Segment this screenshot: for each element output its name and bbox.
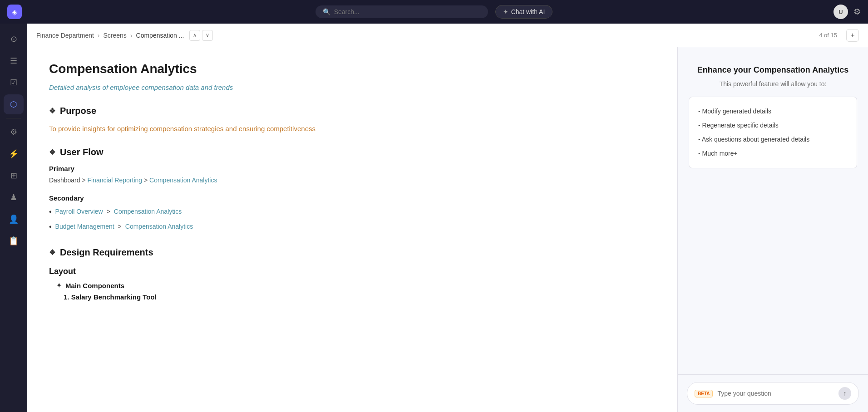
integrations-icon: ⚡	[9, 149, 19, 159]
sidebar-item-integrations[interactable]: ⚡	[4, 144, 24, 164]
user-icon: 👤	[9, 214, 19, 224]
purpose-section-heading: ❖ Purpose	[49, 106, 656, 116]
doc-title: Compensation Analytics	[49, 62, 656, 76]
ai-panel-title: Enhance your Compensation Analytics	[697, 65, 848, 75]
breadcrumb-down-btn[interactable]: ∨	[202, 30, 213, 41]
primary-flow: Dashboard > Financial Reporting > Compen…	[49, 175, 656, 185]
search-input[interactable]	[334, 8, 481, 15]
ai-pane-content: Enhance your Compensation Analytics This…	[678, 47, 868, 374]
sidebar-divider-1	[6, 118, 21, 118]
logo-icon: ◈	[12, 8, 17, 16]
chat-ai-label: Chat with AI	[511, 8, 545, 15]
breadcrumb-controls: ∧ ∨	[189, 30, 213, 41]
ai-feature-4: - Much more+	[698, 147, 848, 161]
home-icon: ⊙	[10, 34, 17, 44]
topbar: ◈ 🔍 ✦ Chat with AI U ⚙	[0, 0, 868, 24]
people-icon: ♟	[10, 192, 17, 202]
sidebar-item-checklist[interactable]: ☑	[4, 73, 24, 93]
shapes-icon: ⬡	[10, 99, 17, 109]
ai-question-input[interactable]	[717, 390, 834, 397]
numbered-item-1: 1. Salary Benchmarking Tool	[49, 293, 656, 301]
doc-pane: Compensation Analytics Detailed analysis…	[27, 47, 677, 412]
secondary-label: Secondary	[49, 194, 656, 202]
breadcrumb-sep-1: ›	[98, 32, 100, 39]
send-icon: ↑	[843, 390, 847, 397]
sidebar-item-shapes[interactable]: ⬡	[4, 94, 24, 114]
doc-subtitle: Detailed analysis of employee compensati…	[49, 83, 656, 91]
document-icon: ☰	[10, 56, 17, 66]
search-icon: 🔍	[323, 8, 330, 15]
content-area: Finance Department › Screens › Compensat…	[27, 24, 868, 412]
sidebar-item-home[interactable]: ⊙	[4, 29, 24, 49]
list-item: Budget Management > Compensation Analyti…	[49, 220, 656, 235]
avatar[interactable]: U	[833, 5, 848, 19]
userflow-primary: Primary Dashboard > Financial Reporting …	[49, 165, 656, 185]
ai-input-area: BETA ↑	[678, 374, 868, 412]
beta-badge: BETA	[695, 390, 713, 397]
clipboard-icon: 📋	[9, 236, 19, 246]
design-req-section-heading: ❖ Design Requirements	[49, 247, 656, 258]
userflow-heading-text: User Flow	[60, 147, 104, 157]
purpose-heading-text: Purpose	[60, 106, 96, 116]
sparkle-icon: ✦	[503, 8, 508, 15]
purpose-diamond-icon: ❖	[49, 107, 55, 115]
two-pane: Compensation Analytics Detailed analysis…	[27, 47, 868, 412]
sidebar-item-grid[interactable]: ⊞	[4, 166, 24, 186]
secondary-bullets: Payroll Overview > Compensation Analytic…	[49, 205, 656, 234]
breadcrumb-counter: 4 of 15	[819, 32, 837, 39]
breadcrumb-current[interactable]: Compensation ...	[136, 32, 184, 39]
userflow-secondary: Secondary Payroll Overview > Compensatio…	[49, 194, 656, 234]
ai-send-button[interactable]: ↑	[838, 387, 851, 400]
sidebar-item-document[interactable]: ☰	[4, 51, 24, 71]
sidebar: ⊙ ☰ ☑ ⬡ ⚙ ⚡ ⊞ ♟ 👤 📋	[0, 24, 27, 412]
breadcrumb-sep-2: ›	[130, 32, 133, 39]
app-logo[interactable]: ◈	[7, 5, 22, 19]
main-components-heading: ✦ Main Components	[49, 282, 656, 289]
breadcrumb-finance-dept[interactable]: Finance Department	[36, 32, 94, 39]
component-plus-icon: ✦	[56, 282, 62, 289]
ai-pane: Enhance your Compensation Analytics This…	[677, 47, 868, 412]
breadcrumb-screens[interactable]: Screens	[104, 32, 127, 39]
list-item: Payroll Overview > Compensation Analytic…	[49, 205, 656, 220]
ai-features-box: - Modify generated details - Regenerate …	[689, 97, 857, 168]
ai-panel-subtitle: This powerful feature will allow you to:	[720, 80, 827, 88]
sidebar-item-user[interactable]: 👤	[4, 209, 24, 229]
ai-feature-1: - Modify generated details	[698, 104, 848, 118]
design-req-heading-text: Design Requirements	[60, 247, 153, 258]
grid-icon: ⊞	[10, 171, 17, 181]
breadcrumb-up-btn[interactable]: ∧	[189, 30, 200, 41]
ai-input-wrapper: BETA ↑	[687, 382, 859, 405]
sidebar-item-settings[interactable]: ⚙	[4, 122, 24, 142]
checklist-icon: ☑	[10, 78, 17, 88]
ai-feature-3: - Ask questions about generated details	[698, 132, 848, 147]
search-bar[interactable]: 🔍	[316, 5, 488, 18]
purpose-text: To provide insights for optimizing compe…	[49, 123, 656, 134]
add-screen-btn[interactable]: +	[846, 29, 859, 42]
breadcrumb-bar: Finance Department › Screens › Compensat…	[27, 24, 868, 47]
topbar-right: U ⚙	[833, 5, 861, 19]
design-req-diamond-icon: ❖	[49, 248, 55, 257]
sidebar-item-clipboard[interactable]: 📋	[4, 231, 24, 251]
settings-nav-icon: ⚙	[10, 127, 17, 137]
settings-icon[interactable]: ⚙	[853, 7, 861, 17]
ai-feature-2: - Regenerate specific details	[698, 118, 848, 132]
userflow-section-heading: ❖ User Flow	[49, 147, 656, 157]
main-layout: ⊙ ☰ ☑ ⬡ ⚙ ⚡ ⊞ ♟ 👤 📋	[0, 24, 868, 412]
userflow-diamond-icon: ❖	[49, 148, 55, 157]
component-heading-text: Main Components	[65, 282, 124, 289]
chat-ai-button[interactable]: ✦ Chat with AI	[495, 5, 553, 19]
sidebar-item-people[interactable]: ♟	[4, 187, 24, 207]
layout-heading: Layout	[49, 267, 656, 276]
primary-label: Primary	[49, 165, 656, 172]
